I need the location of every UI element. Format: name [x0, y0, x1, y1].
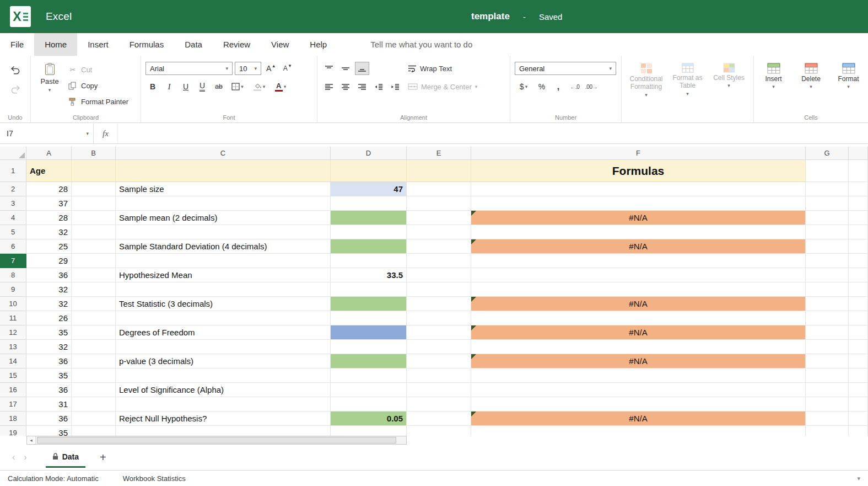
save-status[interactable]: Saved — [539, 12, 563, 22]
cell-B11[interactable] — [72, 311, 116, 325]
redo-button[interactable] — [8, 83, 23, 95]
cell-E11[interactable] — [407, 311, 471, 325]
select-all-corner[interactable] — [0, 147, 26, 160]
cut-button[interactable]: ✂ Cut — [68, 62, 128, 78]
cell-D9[interactable] — [331, 282, 407, 297]
comma-format-button[interactable]: , — [551, 80, 565, 93]
cell-A15[interactable]: 35 — [26, 368, 72, 383]
cell-C12[interactable]: Degrees of Freedom — [116, 325, 331, 340]
cell-A5[interactable]: 32 — [26, 225, 72, 239]
bold-button[interactable]: B — [145, 80, 160, 93]
increase-indent-button[interactable] — [388, 80, 402, 93]
cell-H13[interactable] — [849, 340, 868, 354]
fx-icon[interactable]: fx — [94, 124, 118, 143]
row-header-3[interactable]: 3 — [0, 196, 26, 211]
cell-B14[interactable] — [72, 354, 116, 368]
cell-A2[interactable]: 28 — [26, 182, 72, 196]
cell-F3[interactable] — [471, 196, 806, 211]
column-header-F[interactable]: F — [471, 147, 806, 160]
cell-F19[interactable] — [471, 426, 806, 436]
row-header-16[interactable]: 16 — [0, 383, 26, 397]
cell-F17[interactable] — [471, 397, 806, 412]
cell-H2[interactable] — [849, 182, 868, 196]
row-header-18[interactable]: 18 — [0, 412, 26, 426]
cell-H11[interactable] — [849, 311, 868, 325]
row-header-11[interactable]: 11 — [0, 311, 26, 325]
decrease-indent-button[interactable] — [371, 80, 386, 93]
delete-cells-button[interactable]: Delete ▾ — [796, 62, 826, 113]
format-as-table-button[interactable]: Format as Table ▾ — [667, 62, 708, 113]
cell-B7[interactable] — [72, 254, 116, 268]
cell-E4[interactable] — [407, 211, 471, 225]
tab-help[interactable]: Help — [299, 33, 337, 56]
strikethrough-button[interactable]: ab — [212, 80, 226, 93]
decrease-decimal-button[interactable]: .00→ — [584, 80, 599, 93]
calculation-mode[interactable]: Calculation Mode: Automatic — [8, 474, 99, 483]
column-header-G[interactable]: G — [806, 147, 849, 160]
format-painter-button[interactable]: Format Painter — [68, 94, 128, 110]
cell-C6[interactable]: Sample Standard Deviation (4 decimals) — [116, 239, 331, 254]
cell-styles-button[interactable]: Cell Styles ▾ — [709, 62, 749, 113]
conditional-formatting-button[interactable]: Conditional Formatting ▾ — [626, 62, 666, 113]
cell-D1[interactable] — [331, 160, 407, 182]
align-middle-button[interactable] — [338, 62, 353, 75]
cell-H7[interactable] — [849, 254, 868, 268]
excel-logo-icon[interactable]: X — [10, 6, 31, 27]
cell-B15[interactable] — [72, 368, 116, 383]
cell-F15[interactable] — [471, 368, 806, 383]
font-family-select[interactable]: Arial ▾ — [145, 62, 233, 75]
cell-A8[interactable]: 36 — [26, 268, 72, 282]
cell-B6[interactable] — [72, 239, 116, 254]
row-header-8[interactable]: 8 — [0, 268, 26, 282]
cell-F10[interactable]: #N/A — [471, 297, 806, 311]
workbook-statistics[interactable]: Workbook Statistics — [123, 474, 186, 483]
column-header-D[interactable]: D — [331, 147, 407, 160]
horizontal-scrollbar[interactable]: ◂ — [26, 436, 407, 445]
cell-D18[interactable]: 0.05 — [331, 412, 407, 426]
cell-F14[interactable]: #N/A — [471, 354, 806, 368]
formula-input[interactable] — [118, 124, 868, 143]
cell-D4[interactable] — [331, 211, 407, 225]
cell-E18[interactable] — [407, 412, 471, 426]
tab-data[interactable]: Data — [174, 33, 213, 56]
column-header-A[interactable]: A — [26, 147, 72, 160]
cell-B19[interactable] — [72, 426, 116, 436]
sheet-tab-data[interactable]: Data — [46, 447, 85, 468]
cell-E7[interactable] — [407, 254, 471, 268]
cell-A1[interactable]: Age — [26, 160, 72, 182]
cell-B10[interactable] — [72, 297, 116, 311]
row-header-9[interactable]: 9 — [0, 282, 26, 297]
cell-C10[interactable]: Test Statistic (3 decimals) — [116, 297, 331, 311]
cell-E6[interactable] — [407, 239, 471, 254]
increase-font-size-button[interactable]: A ▴ — [263, 62, 278, 75]
cell-C17[interactable] — [116, 397, 331, 412]
cell-E13[interactable] — [407, 340, 471, 354]
cell-C19[interactable] — [116, 426, 331, 436]
cell-D16[interactable] — [331, 383, 407, 397]
merge-center-button[interactable]: Merge & Center ▾ — [408, 80, 477, 93]
row-header-10[interactable]: 10 — [0, 297, 26, 311]
cell-B1[interactable] — [72, 160, 116, 182]
cell-A3[interactable]: 37 — [26, 196, 72, 211]
format-cells-button[interactable]: Format ▾ — [834, 62, 864, 113]
accounting-format-button[interactable]: $ ▾ — [515, 80, 532, 93]
cell-A14[interactable]: 36 — [26, 354, 72, 368]
cell-E15[interactable] — [407, 368, 471, 383]
cell-D11[interactable] — [331, 311, 407, 325]
cell-F13[interactable] — [471, 340, 806, 354]
cell-G19[interactable] — [806, 426, 849, 436]
cell-D5[interactable] — [331, 225, 407, 239]
decrease-font-size-button[interactable]: A ▾ — [280, 62, 294, 75]
cell-A10[interactable]: 32 — [26, 297, 72, 311]
font-size-select[interactable]: 10 ▾ — [235, 62, 261, 75]
tab-view[interactable]: View — [261, 33, 299, 56]
cell-B13[interactable] — [72, 340, 116, 354]
row-header-14[interactable]: 14 — [0, 354, 26, 368]
cell-B17[interactable] — [72, 397, 116, 412]
row-header-1[interactable]: 1 — [0, 160, 26, 182]
cell-F1[interactable]: Formulas — [471, 160, 806, 182]
cell-A12[interactable]: 35 — [26, 325, 72, 340]
cell-B16[interactable] — [72, 383, 116, 397]
cell-E19[interactable] — [407, 426, 471, 436]
cell-G18[interactable] — [806, 412, 849, 426]
